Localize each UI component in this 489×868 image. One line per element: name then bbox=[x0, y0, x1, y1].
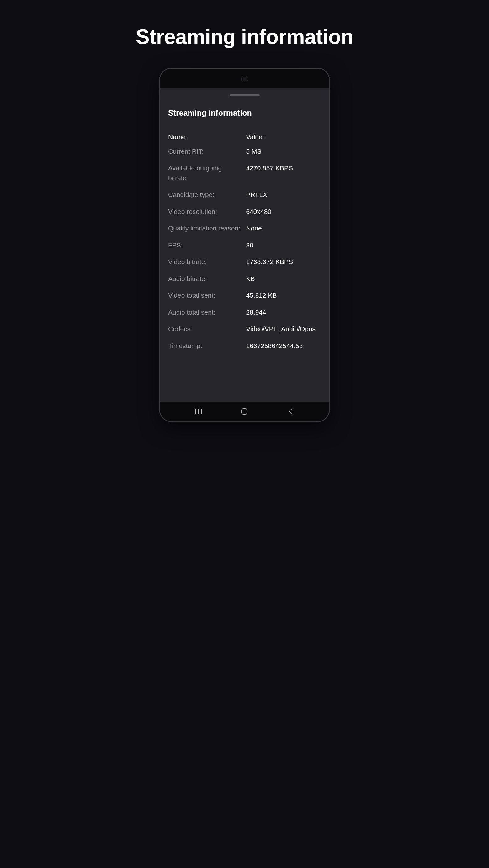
phone-screen-content: Streaming information Name: Value: Curre… bbox=[160, 88, 329, 402]
row-label: Current RIT: bbox=[168, 147, 243, 156]
row-label: Video bitrate: bbox=[168, 257, 243, 267]
recents-button[interactable] bbox=[192, 405, 205, 418]
row-label: Timestamp: bbox=[168, 341, 243, 351]
table-header-value: Value: bbox=[246, 133, 321, 141]
phone-frame: Streaming information Name: Value: Curre… bbox=[159, 68, 330, 422]
row-label: Video resolution: bbox=[168, 207, 243, 217]
home-icon bbox=[241, 408, 248, 415]
row-label: Audio bitrate: bbox=[168, 274, 243, 284]
row-value: 28.944 bbox=[246, 307, 321, 317]
row-label: Candidate type: bbox=[168, 190, 243, 200]
drag-handle-icon bbox=[230, 94, 260, 96]
table-header-name: Name: bbox=[168, 133, 243, 141]
row-value: 640x480 bbox=[246, 207, 321, 217]
svg-rect-3 bbox=[242, 409, 247, 414]
row-value: None bbox=[246, 223, 321, 233]
back-icon bbox=[288, 408, 293, 415]
row-value: 1768.672 KBPS bbox=[246, 257, 321, 267]
phone-volume-button bbox=[329, 210, 330, 247]
row-value: 30 bbox=[246, 240, 321, 250]
panel-title: Streaming information bbox=[168, 108, 321, 118]
recents-icon bbox=[195, 408, 202, 414]
info-table: Name: Value: Current RIT: 5 MS Available… bbox=[168, 133, 321, 358]
android-nav-bar bbox=[160, 402, 329, 421]
row-label: Quality limitation reason: bbox=[168, 223, 243, 233]
row-value: 1667258642544.58 bbox=[246, 341, 321, 351]
row-label: Available outgoing bitrate: bbox=[168, 163, 243, 183]
row-value: Video/VPE, Audio/Opus bbox=[246, 324, 321, 334]
row-label: Codecs: bbox=[168, 324, 243, 334]
row-value: 5 MS bbox=[246, 147, 321, 156]
row-label: FPS: bbox=[168, 240, 243, 250]
row-value: 4270.857 KBPS bbox=[246, 163, 321, 183]
home-button[interactable] bbox=[238, 405, 251, 418]
phone-side-button bbox=[329, 175, 330, 200]
back-button[interactable] bbox=[284, 405, 297, 418]
row-value: PRFLX bbox=[246, 190, 321, 200]
streaming-info-panel: Streaming information Name: Value: Curre… bbox=[160, 102, 329, 364]
page-title: Streaming information bbox=[136, 25, 354, 49]
row-value: KB bbox=[246, 274, 321, 284]
row-label: Video total sent: bbox=[168, 290, 243, 301]
phone-camera-notch bbox=[241, 75, 248, 83]
row-value: 45.812 KB bbox=[246, 290, 321, 301]
row-label: Audio total sent: bbox=[168, 307, 243, 317]
bottom-sheet[interactable] bbox=[160, 88, 329, 102]
